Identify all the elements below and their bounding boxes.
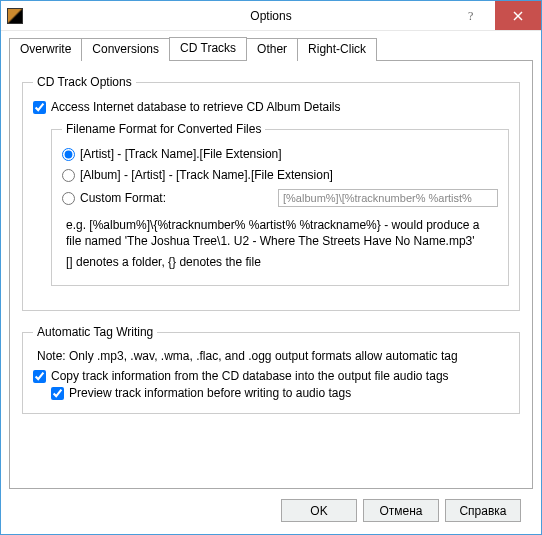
fmt2-radio[interactable] — [62, 169, 75, 182]
window-buttons: ? — [449, 1, 541, 30]
tabpage-cdtracks: CD Track Options Access Internet databas… — [9, 60, 533, 489]
fmt-custom-row: Custom Format: — [62, 189, 498, 207]
app-icon — [7, 8, 23, 24]
preview-tags-label: Preview track information before writing… — [69, 386, 351, 400]
auto-tag-note: Note: Only .mp3, .wav, .wma, .flac, and … — [37, 349, 505, 363]
copy-tags-row: Copy track information from the CD datab… — [33, 369, 509, 383]
tab-overwrite[interactable]: Overwrite — [9, 38, 82, 61]
client-area: Overwrite Conversions CD Tracks Other Ri… — [1, 31, 541, 534]
tab-conversions[interactable]: Conversions — [81, 38, 170, 61]
fmt-custom-radio[interactable] — [62, 192, 75, 205]
copy-tags-checkbox[interactable] — [33, 370, 46, 383]
fmt1-radio[interactable] — [62, 148, 75, 161]
preview-tags-row: Preview track information before writing… — [51, 386, 509, 400]
tab-rightclick[interactable]: Right-Click — [297, 38, 377, 61]
cd-track-options-group: CD Track Options Access Internet databas… — [22, 75, 520, 311]
auto-tag-legend: Automatic Tag Writing — [33, 325, 157, 339]
titlebar: Options ? — [1, 1, 541, 31]
filename-format-legend: Filename Format for Converted Files — [62, 122, 265, 136]
preview-tags-checkbox[interactable] — [51, 387, 64, 400]
filename-format-group: Filename Format for Converted Files [Art… — [51, 122, 509, 286]
cancel-button[interactable]: Отмена — [363, 499, 439, 522]
fmt1-row: [Artist] - [Track Name].[File Extension] — [62, 147, 498, 161]
fmt2-row: [Album] - [Artist] - [Track Name].[File … — [62, 168, 498, 182]
fmt2-label: [Album] - [Artist] - [Track Name].[File … — [80, 168, 333, 182]
window-title: Options — [250, 9, 291, 23]
options-window: Options ? Overwrite Conversions CD Track… — [0, 0, 542, 535]
tab-cdtracks[interactable]: CD Tracks — [169, 37, 247, 60]
svg-text:?: ? — [468, 10, 473, 22]
access-db-label: Access Internet database to retrieve CD … — [51, 100, 340, 114]
tab-other[interactable]: Other — [246, 38, 298, 61]
ok-button[interactable]: OK — [281, 499, 357, 522]
access-db-row: Access Internet database to retrieve CD … — [33, 100, 509, 114]
denotes-text: [] denotes a folder, {} denotes the file — [66, 255, 494, 269]
dialog-footer: OK Отмена Справка — [9, 489, 533, 534]
help-button[interactable]: ? — [449, 1, 495, 30]
auto-tag-group: Automatic Tag Writing Note: Only .mp3, .… — [22, 325, 520, 414]
example-text: e.g. [%album%]\{%tracknumber% %artist% %… — [66, 217, 494, 249]
copy-tags-label: Copy track information from the CD datab… — [51, 369, 449, 383]
fmt1-label: [Artist] - [Track Name].[File Extension] — [80, 147, 282, 161]
tabstrip: Overwrite Conversions CD Tracks Other Ri… — [9, 37, 533, 60]
help-dialog-button[interactable]: Справка — [445, 499, 521, 522]
access-db-checkbox[interactable] — [33, 101, 46, 114]
cd-track-options-legend: CD Track Options — [33, 75, 136, 89]
close-button[interactable] — [495, 1, 541, 30]
fmt-custom-label: Custom Format: — [80, 191, 166, 205]
custom-format-input[interactable] — [278, 189, 498, 207]
